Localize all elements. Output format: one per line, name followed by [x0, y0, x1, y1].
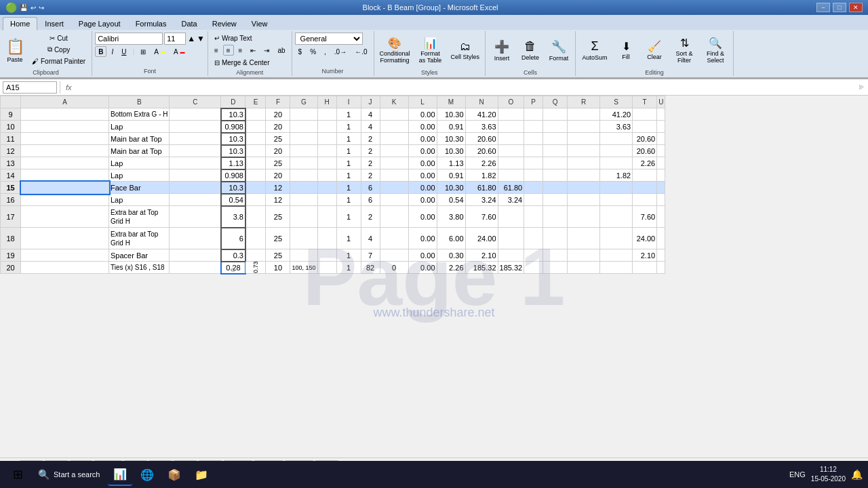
cell-S10[interactable]: 3.63	[600, 121, 633, 133]
cell-T9[interactable]	[633, 108, 657, 121]
cell-H9[interactable]	[317, 108, 336, 121]
cell-M18[interactable]: 6.00	[437, 228, 465, 249]
col-header-M[interactable]: M	[437, 96, 465, 108]
taskbar-dropbox[interactable]: 📦	[162, 463, 186, 486]
tab-data[interactable]: Data	[174, 16, 204, 30]
cell-J10[interactable]: 4	[361, 121, 380, 133]
close-button[interactable]: ✕	[849, 3, 863, 12]
cell-K9[interactable]	[380, 108, 408, 121]
cell-Q12[interactable]	[543, 145, 568, 157]
cell-Q17[interactable]	[543, 206, 568, 228]
cell-S18[interactable]	[600, 228, 633, 249]
font-size-decrease-btn[interactable]: ▼	[197, 34, 205, 43]
cell-H14[interactable]	[317, 169, 336, 182]
col-header-T[interactable]: T	[633, 96, 657, 108]
cut-button[interactable]: ✂ Cut	[28, 33, 89, 43]
delete-button[interactable]: 🗑 Delete	[517, 33, 544, 68]
cell-L9[interactable]: 0.00	[408, 108, 437, 121]
cell-E11[interactable]	[245, 133, 266, 145]
col-header-I[interactable]: I	[336, 96, 361, 108]
cell-G16[interactable]	[290, 194, 317, 206]
cell-E9[interactable]	[245, 108, 266, 121]
cell-I13[interactable]: 1	[336, 157, 361, 169]
cell-N9[interactable]: 41.20	[465, 108, 498, 121]
cell-F15[interactable]: 12	[266, 182, 290, 194]
percent-button[interactable]: %	[307, 46, 319, 57]
cell-R13[interactable]	[568, 157, 600, 169]
cell-R11[interactable]	[568, 133, 600, 145]
formula-input[interactable]	[77, 81, 856, 94]
insert-button[interactable]: ➕ Insert	[488, 33, 515, 68]
cell-C9[interactable]	[170, 108, 221, 121]
cell-U19[interactable]	[657, 249, 665, 262]
cell-S16[interactable]	[600, 194, 633, 206]
cell-K10[interactable]	[380, 121, 408, 133]
cell-H15[interactable]	[317, 182, 336, 194]
cell-E17[interactable]	[245, 206, 266, 228]
cell-P13[interactable]	[524, 157, 543, 169]
cell-E13[interactable]	[245, 157, 266, 169]
cell-K14[interactable]	[380, 169, 408, 182]
cell-M12[interactable]: 10.30	[437, 145, 465, 157]
cell-T13[interactable]: 2.26	[633, 157, 657, 169]
tab-formulas[interactable]: Formulas	[128, 16, 174, 30]
cell-I9[interactable]: 1	[336, 108, 361, 121]
cell-F20[interactable]: 10	[266, 262, 290, 274]
cell-B13[interactable]: Lap	[109, 157, 170, 169]
cell-A15[interactable]	[21, 182, 109, 194]
cell-J16[interactable]: 6	[361, 194, 380, 206]
cell-U16[interactable]	[657, 194, 665, 206]
cell-O13[interactable]	[498, 157, 524, 169]
cell-J12[interactable]: 2	[361, 145, 380, 157]
cell-P17[interactable]	[524, 206, 543, 228]
cell-B15[interactable]: Face Bar	[109, 182, 170, 194]
cell-O20[interactable]: 185.32	[498, 262, 524, 274]
cell-P9[interactable]	[524, 108, 543, 121]
decrease-decimal-btn[interactable]: ←.0	[351, 46, 370, 57]
align-center-button[interactable]: ≡	[223, 45, 234, 56]
row-header-12[interactable]: 12	[1, 145, 21, 157]
cell-C19[interactable]	[170, 249, 221, 262]
autosum-button[interactable]: Σ AutoSum	[578, 33, 611, 68]
format-painter-button[interactable]: 🖌 Format Painter	[28, 56, 89, 66]
cell-F9[interactable]: 20	[266, 108, 290, 121]
tab-page-layout[interactable]: Page Layout	[71, 16, 128, 30]
cell-G12[interactable]	[290, 145, 317, 157]
cell-F14[interactable]: 20	[266, 169, 290, 182]
taskbar-search[interactable]: 🔍 Start a search	[33, 463, 105, 486]
minimize-button[interactable]: −	[816, 3, 830, 12]
cell-S14[interactable]: 1.82	[600, 169, 633, 182]
cell-Q13[interactable]	[543, 157, 568, 169]
cell-B16[interactable]: Lap	[109, 194, 170, 206]
cell-U20[interactable]	[657, 262, 665, 274]
font-name-input[interactable]	[95, 33, 163, 45]
cell-D10[interactable]: 0.908	[221, 121, 245, 133]
underline-button[interactable]: U	[118, 46, 130, 57]
cell-L11[interactable]: 0.00	[408, 133, 437, 145]
cell-I11[interactable]: 1	[336, 133, 361, 145]
cell-A16[interactable]	[21, 194, 109, 206]
cell-F18[interactable]: 25	[266, 228, 290, 249]
cell-K12[interactable]	[380, 145, 408, 157]
cell-T19[interactable]: 2.10	[633, 249, 657, 262]
cell-I12[interactable]: 1	[336, 145, 361, 157]
resize-handle-D20[interactable]: ⊙	[231, 266, 236, 273]
currency-button[interactable]: $	[295, 46, 306, 57]
cell-T18[interactable]: 24.00	[633, 228, 657, 249]
cell-S13[interactable]	[600, 157, 633, 169]
cell-U13[interactable]	[657, 157, 665, 169]
cell-C14[interactable]	[170, 169, 221, 182]
cell-U10[interactable]	[657, 121, 665, 133]
cell-H12[interactable]	[317, 145, 336, 157]
conditional-formatting-button[interactable]: 🎨 ConditionalFormatting	[377, 33, 413, 68]
merge-center-button[interactable]: ⊟ Merge & Center	[211, 57, 273, 68]
cell-B10[interactable]: Lap	[109, 121, 170, 133]
maximize-button[interactable]: □	[833, 3, 846, 12]
cell-I18[interactable]: 1	[336, 228, 361, 249]
cell-K13[interactable]	[380, 157, 408, 169]
fill-color-button[interactable]: A▬	[151, 46, 169, 57]
cell-D18[interactable]: 6	[221, 228, 245, 249]
cell-C13[interactable]	[170, 157, 221, 169]
cell-L19[interactable]: 0.00	[408, 249, 437, 262]
cell-N14[interactable]: 1.82	[465, 169, 498, 182]
